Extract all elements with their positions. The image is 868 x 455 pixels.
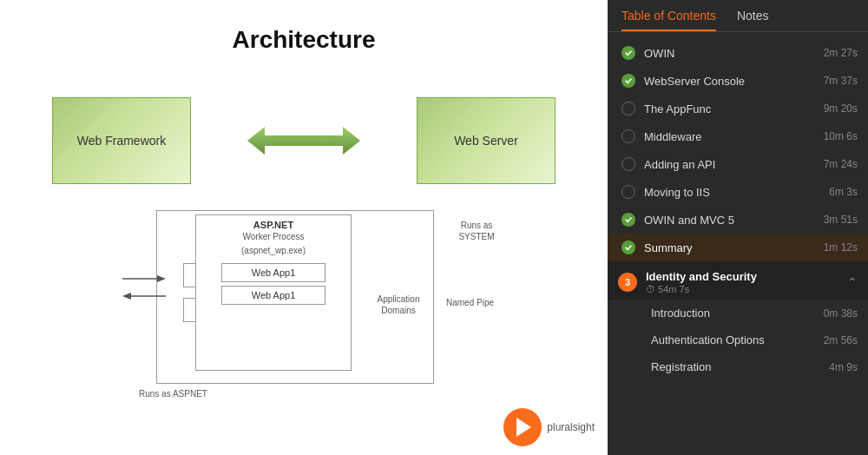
toc-label-moving-to-iis: Moving to IIS	[644, 186, 822, 199]
named-pipe-label: Named Pipe	[446, 298, 494, 307]
slide-panel: Architecture Web Framework Web Server	[0, 0, 608, 455]
toc-item-auth-options[interactable]: Authentication Options 2m 56s	[608, 326, 868, 353]
tab-table-of-contents[interactable]: Table of Contents	[621, 9, 716, 31]
toc-duration-appfunc: 9m 20s	[824, 102, 858, 115]
section-info: Identity and Security ⏱ 54m 7s	[646, 270, 840, 294]
check-owin-mvc5	[621, 213, 635, 227]
play-icon	[516, 418, 531, 437]
runs-as-aspnet-label: Runs as ASPNET	[139, 388, 207, 399]
toc-label-registration: Registration	[651, 360, 829, 373]
toc-label-middleware: Middleware	[644, 130, 817, 143]
svg-marker-0	[247, 127, 360, 155]
svg-marker-4	[122, 293, 131, 300]
toc-duration-auth-options: 2m 56s	[824, 334, 858, 346]
toc-panel: Table of Contents Notes OWIN 2m 27s WebS…	[608, 0, 868, 455]
double-arrow	[243, 119, 365, 162]
web-framework-box: Web Framework	[52, 97, 191, 184]
toc-duration-moving-to-iis: 6m 3s	[829, 186, 858, 198]
check-empty-adding-api	[621, 157, 635, 171]
chevron-up-icon: ⌃	[847, 275, 858, 289]
check-owin	[621, 46, 635, 60]
toc-label-appfunc: The AppFunc	[644, 102, 817, 115]
toc-item-registration[interactable]: Registration 4m 9s	[608, 353, 868, 380]
toc-label-summary: Summary	[644, 241, 817, 254]
toc-list[interactable]: OWIN 2m 27s WebServer Console 7m 37s The…	[608, 32, 868, 455]
toc-label-owin: OWIN	[644, 47, 817, 60]
toc-duration-adding-api: 7m 24s	[824, 158, 858, 170]
svg-marker-2	[157, 275, 166, 282]
toc-tab-bar: Table of Contents Notes	[608, 0, 868, 32]
toc-label-introduction: Introduction	[651, 307, 824, 320]
web-server-box: Web Server	[417, 97, 556, 184]
check-empty-moving-to-iis	[621, 185, 635, 199]
tab-notes[interactable]: Notes	[737, 9, 769, 31]
runs-as-system-label: Runs as SYSTEM	[442, 220, 511, 242]
aspnet-worker-box: ASP.NET Worker Process (aspnet_wp.exe) W…	[195, 214, 352, 371]
toc-item-middleware[interactable]: Middleware 10m 6s	[608, 122, 868, 150]
check-summary	[621, 241, 635, 254]
toc-duration-summary: 1m 12s	[824, 241, 858, 254]
toc-label-webserver-console: WebServer Console	[644, 75, 817, 88]
section-duration: ⏱ 54m 7s	[646, 284, 840, 294]
toc-item-webserver-console[interactable]: WebServer Console 7m 37s	[608, 67, 868, 95]
toc-item-appfunc[interactable]: The AppFunc 9m 20s	[608, 95, 868, 122]
pluralsight-circle	[503, 408, 542, 446]
check-empty-appfunc	[621, 102, 635, 115]
toc-item-owin[interactable]: OWIN 2m 27s	[608, 39, 868, 67]
webapp2-box: Web App1	[221, 286, 326, 305]
check-webserver-console	[621, 74, 635, 88]
toc-item-introduction[interactable]: Introduction 0m 38s	[608, 300, 868, 326]
arch-diagram: Web Framework Web Server	[43, 80, 564, 410]
pluralsight-logo: pluralsight	[503, 408, 595, 446]
toc-duration-owin-mvc5: 3m 51s	[824, 214, 858, 226]
slide-title: Architecture	[0, 26, 608, 54]
check-empty-middleware	[621, 129, 635, 143]
toc-item-adding-api[interactable]: Adding an API 7m 24s	[608, 150, 868, 178]
section-title: Identity and Security	[646, 270, 840, 283]
toc-duration-introduction: 0m 38s	[824, 307, 858, 320]
toc-duration-middleware: 10m 6s	[824, 130, 858, 142]
toc-item-summary[interactable]: Summary 1m 12s	[608, 234, 868, 261]
pluralsight-text: pluralsight	[547, 421, 595, 433]
toc-label-owin-mvc5: OWIN and MVC 5	[644, 214, 817, 227]
app-domains-label: Application Domains	[359, 293, 437, 316]
toc-section-identity-security[interactable]: 3 Identity and Security ⏱ 54m 7s ⌃	[608, 261, 868, 300]
toc-item-owin-mvc5[interactable]: OWIN and MVC 5 3m 51s	[608, 206, 868, 234]
slide-content: Architecture Web Framework Web Server	[0, 0, 608, 455]
toc-item-moving-to-iis[interactable]: Moving to IIS 6m 3s	[608, 178, 868, 206]
toc-duration-owin: 2m 27s	[824, 47, 858, 59]
webapp1-box: Web App1	[221, 263, 326, 282]
toc-duration-webserver-console: 7m 37s	[824, 75, 858, 87]
toc-duration-registration: 4m 9s	[829, 361, 858, 373]
toc-label-auth-options: Authentication Options	[651, 333, 824, 346]
section-number: 3	[618, 273, 637, 292]
toc-label-adding-api: Adding an API	[644, 158, 817, 171]
